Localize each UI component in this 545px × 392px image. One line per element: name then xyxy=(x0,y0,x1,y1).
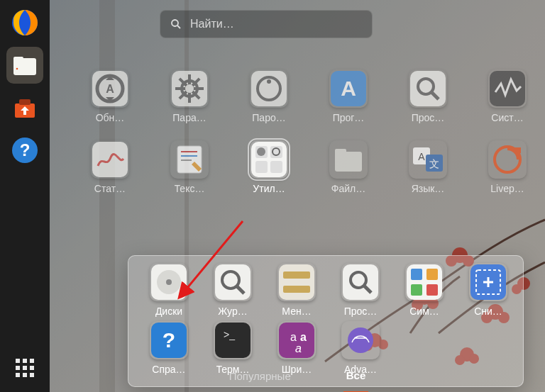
app-label: Пара… xyxy=(172,112,206,123)
app-label: Сист… xyxy=(491,112,523,123)
help2-icon: ? xyxy=(150,321,188,359)
files-icon xyxy=(9,50,40,81)
dock-help[interactable]: ? xyxy=(6,132,43,169)
svg-rect-85 xyxy=(283,271,310,279)
svg-rect-25 xyxy=(16,359,20,363)
view-tabs: Популярные Все xyxy=(50,364,545,392)
app-languages[interactable]: A文Язык… xyxy=(396,140,460,194)
utilities-icon xyxy=(250,140,288,179)
svg-text:>_: >_ xyxy=(224,329,235,340)
svg-rect-71 xyxy=(335,152,362,172)
svg-text:A: A xyxy=(341,77,356,100)
svg-rect-26 xyxy=(23,359,27,363)
svg-rect-93 xyxy=(411,284,422,296)
app-label: Обн… xyxy=(96,112,125,123)
app-screenshot[interactable]: Сни… xyxy=(458,263,519,317)
app-passwords[interactable]: Паро… xyxy=(237,69,301,123)
svg-text:a: a xyxy=(290,331,297,343)
updates-icon: A xyxy=(91,69,129,108)
help-icon: ? xyxy=(9,135,40,166)
apps-row: AОбн…Пара…Паро…AПрог…Прос…Сист… xyxy=(78,69,517,123)
svg-point-49 xyxy=(185,84,194,93)
app-ruler[interactable]: Мен… xyxy=(266,263,327,317)
svg-rect-28 xyxy=(16,366,20,370)
svg-point-52 xyxy=(267,79,271,84)
app-label: Сим… xyxy=(409,306,439,317)
app-label: Прог… xyxy=(333,112,365,123)
svg-rect-19 xyxy=(13,57,23,61)
passwords-icon xyxy=(250,69,288,108)
app-label: Прос… xyxy=(412,112,445,123)
svg-line-35 xyxy=(177,26,180,28)
fonts-icon: aaa xyxy=(277,321,316,359)
svg-text:?: ? xyxy=(20,140,31,159)
svg-rect-87 xyxy=(343,264,378,300)
logs-icon xyxy=(214,263,252,301)
app-label: Стат… xyxy=(94,183,126,194)
tab-all[interactable]: Все xyxy=(343,364,369,393)
svg-rect-68 xyxy=(270,161,282,173)
svg-rect-33 xyxy=(30,373,34,377)
screenshot-icon xyxy=(469,263,507,301)
app-label: Сни… xyxy=(474,306,502,317)
svg-rect-91 xyxy=(411,269,422,280)
svg-text:A: A xyxy=(106,83,114,95)
show-applications-button[interactable] xyxy=(6,349,43,386)
app-label: Livep… xyxy=(490,183,524,194)
svg-rect-32 xyxy=(23,373,27,377)
dock-files[interactable] xyxy=(6,47,43,84)
app-label: Жур… xyxy=(218,306,247,317)
svg-text:a: a xyxy=(295,342,302,354)
app-power-stats[interactable]: Стат… xyxy=(78,140,142,194)
svg-rect-94 xyxy=(426,284,438,296)
app-label: Текс… xyxy=(175,183,205,194)
app-settings[interactable]: Пара… xyxy=(158,69,221,123)
dock-firefox[interactable] xyxy=(6,4,43,41)
app-logs[interactable]: Жур… xyxy=(202,263,263,317)
app-disks[interactable]: Диски xyxy=(138,263,199,317)
app-sysmon[interactable]: Сист… xyxy=(475,69,539,123)
svg-text:文: 文 xyxy=(429,158,439,169)
tab-frequent[interactable]: Популярные xyxy=(226,364,294,392)
app-label: Файл… xyxy=(331,183,365,194)
app-updates[interactable]: AОбн… xyxy=(78,69,142,123)
file-mgr-icon xyxy=(329,140,368,179)
advanced-icon xyxy=(341,321,380,359)
charmap-icon xyxy=(405,263,444,301)
svg-rect-22 xyxy=(19,99,31,105)
app-label: Диски xyxy=(155,306,182,317)
software-ctr-icon: A xyxy=(329,69,368,108)
app-livepatch[interactable]: Livep… xyxy=(475,140,539,194)
svg-rect-81 xyxy=(215,264,251,300)
viewer-icon xyxy=(409,69,447,108)
app-utilities[interactable]: Утил… xyxy=(237,140,301,194)
app-charmap[interactable]: Сим… xyxy=(394,263,455,317)
search-input[interactable] xyxy=(190,18,362,30)
app-file-mgr[interactable]: Файл… xyxy=(316,140,380,194)
software-icon xyxy=(9,92,40,123)
firefox-icon xyxy=(9,7,40,38)
app-viewer[interactable]: Прос… xyxy=(396,69,460,123)
svg-rect-29 xyxy=(23,366,27,370)
app-label: Утил… xyxy=(253,183,285,194)
dock: ? xyxy=(0,0,50,392)
svg-rect-67 xyxy=(255,161,268,173)
app-label: Мен… xyxy=(282,306,311,317)
app-software-ctr[interactable]: AПрог… xyxy=(316,69,380,123)
search-bar[interactable] xyxy=(160,10,373,38)
svg-rect-27 xyxy=(30,359,34,363)
dock-software[interactable] xyxy=(6,89,43,126)
svg-point-80 xyxy=(166,279,172,285)
app-text-editor[interactable]: Текс… xyxy=(158,140,221,194)
app-viewer2[interactable]: Прос… xyxy=(330,263,391,317)
svg-point-70 xyxy=(257,147,265,156)
viewer2-icon xyxy=(341,263,380,301)
svg-rect-31 xyxy=(16,373,20,377)
svg-rect-84 xyxy=(279,264,314,300)
svg-point-77 xyxy=(495,147,520,172)
ruler-icon xyxy=(277,263,316,301)
app-label: Паро… xyxy=(252,112,285,123)
svg-text:a: a xyxy=(300,331,307,343)
disks-icon xyxy=(150,263,188,301)
svg-rect-101 xyxy=(215,323,251,358)
